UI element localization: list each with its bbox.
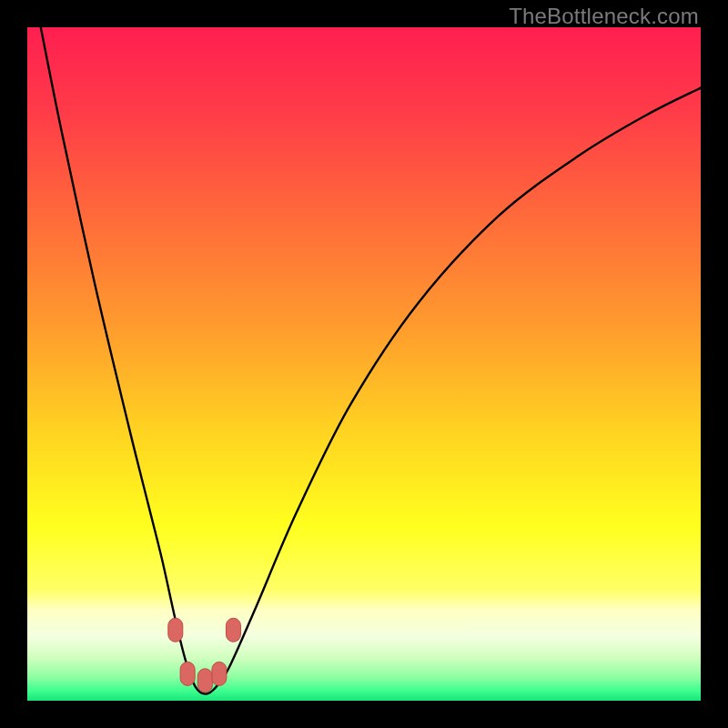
curve-marker (226, 618, 240, 642)
outer-frame: TheBottleneck.com (0, 0, 728, 728)
curve-marker (197, 669, 212, 693)
curve-marker (168, 618, 183, 642)
curve-marker (212, 662, 227, 685)
curve-markers (168, 618, 241, 693)
bottleneck-curve (41, 27, 701, 694)
curve-marker (180, 662, 195, 685)
watermark-text: TheBottleneck.com (509, 4, 699, 29)
plot-area (27, 27, 701, 701)
curve-layer (27, 27, 701, 701)
